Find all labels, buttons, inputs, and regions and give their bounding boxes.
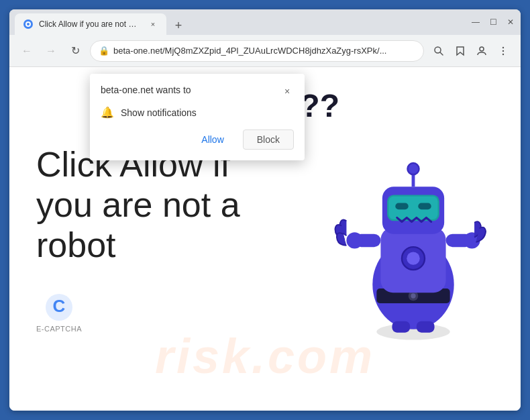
- question-marks: ??: [300, 87, 339, 124]
- maximize-button[interactable]: ☐: [488, 17, 498, 27]
- dialog-permission-row: 🔔 Show notifications: [101, 106, 294, 119]
- title-bar: Click Allow if you are not a robot × + —…: [9, 9, 521, 35]
- permission-text: Show notifications: [121, 107, 197, 118]
- allow-button[interactable]: Allow: [188, 129, 237, 150]
- robot-illustration: [326, 113, 500, 342]
- lock-icon: 🔒: [99, 46, 109, 56]
- svg-rect-31: [417, 321, 435, 333]
- svg-point-2: [27, 23, 30, 25]
- page-body: risk.com Click Allow if you are not a ro…: [9, 67, 521, 411]
- close-button[interactable]: ✕: [506, 17, 515, 27]
- svg-point-6: [502, 46, 504, 48]
- reload-button[interactable]: ↻: [66, 42, 85, 60]
- menu-button[interactable]: [494, 42, 513, 60]
- captcha-area: C E-CAPTCHA: [36, 293, 82, 333]
- bookmark-button[interactable]: [451, 42, 470, 60]
- svg-rect-30: [392, 321, 410, 333]
- dialog-buttons: Allow Block: [101, 129, 294, 150]
- captcha-label: E-CAPTCHA: [36, 325, 82, 333]
- page-content: risk.com Click Allow if you are not a ro…: [9, 67, 521, 411]
- navigation-bar: ← → ↻ 🔒 beta-one.net/MjQ8mZXZpid_4Pl_ZUA…: [9, 35, 521, 67]
- dialog-header: beta-one.net wants to ×: [101, 85, 294, 98]
- menu-icon: [498, 46, 509, 56]
- robot-svg: [326, 113, 500, 342]
- search-icon: [433, 46, 444, 56]
- tab-strip: Click Allow if you are not a robot × +: [15, 9, 466, 35]
- new-tab-button[interactable]: +: [169, 16, 188, 35]
- main-heading: Click Allow if you are not a robot: [36, 145, 278, 265]
- browser-window: Click Allow if you are not a robot × + —…: [9, 9, 521, 411]
- dialog-close-button[interactable]: ×: [280, 85, 294, 98]
- svg-point-18: [407, 252, 419, 264]
- captcha-logo: C: [44, 293, 74, 322]
- active-tab[interactable]: Click Allow if you are not a robot ×: [15, 13, 166, 35]
- svg-point-27: [346, 232, 362, 248]
- svg-point-5: [480, 47, 484, 51]
- tab-title: Click Allow if you are not a robot: [39, 19, 140, 29]
- svg-text:C: C: [53, 296, 66, 316]
- forward-icon: →: [46, 45, 56, 57]
- svg-rect-23: [418, 203, 431, 210]
- svg-point-7: [502, 50, 504, 51]
- search-button[interactable]: [429, 42, 448, 60]
- url-text: beta-one.net/MjQ8mZXZpid_4Pl_ZUAuLrcWDCH…: [113, 46, 415, 56]
- nav-icons-right: [429, 42, 513, 60]
- svg-point-8: [502, 53, 504, 54]
- svg-rect-22: [395, 203, 408, 210]
- back-icon: ←: [21, 45, 32, 57]
- dialog-title: beta-one.net wants to: [101, 85, 191, 95]
- back-button[interactable]: ←: [17, 42, 36, 60]
- svg-point-15: [411, 293, 415, 298]
- bell-icon: 🔔: [101, 106, 114, 119]
- window-controls: — ☐ ✕: [471, 17, 515, 27]
- profile-button[interactable]: [472, 42, 491, 60]
- profile-icon: [476, 46, 487, 56]
- bookmark-icon: [455, 46, 466, 56]
- tab-close-button[interactable]: ×: [148, 19, 158, 30]
- tab-favicon: [23, 19, 34, 30]
- svg-point-25: [408, 163, 419, 174]
- reload-icon: ↻: [71, 44, 80, 57]
- notification-dialog: beta-one.net wants to × 🔔 Show notificat…: [90, 74, 305, 160]
- forward-button[interactable]: →: [42, 42, 60, 60]
- address-bar[interactable]: 🔒 beta-one.net/MjQ8mZXZpid_4Pl_ZUAuLrcWD…: [90, 40, 424, 62]
- svg-line-4: [440, 52, 443, 55]
- minimize-button[interactable]: —: [471, 17, 480, 27]
- block-button[interactable]: Block: [243, 129, 294, 150]
